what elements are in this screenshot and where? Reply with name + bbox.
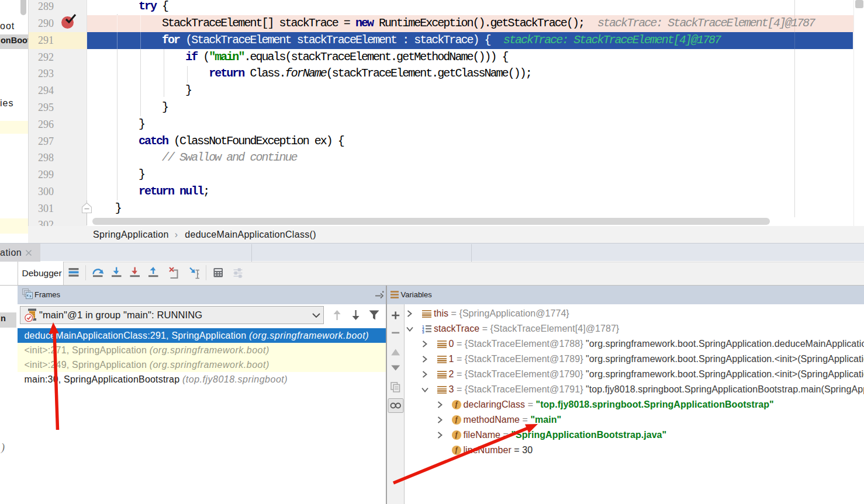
svg-text:3: 3 (422, 330, 424, 333)
